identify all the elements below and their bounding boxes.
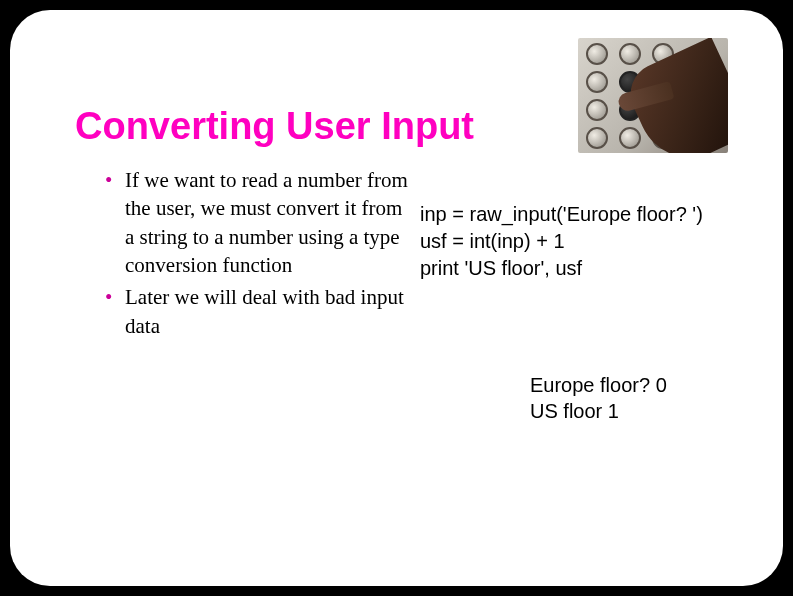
code-line: print 'US floor', usf [420, 255, 743, 282]
code-column: inp = raw_input('Europe floor? ') usf = … [415, 166, 743, 424]
slide-container: Converting User Input If we want to read… [10, 10, 783, 586]
keypad-button [619, 127, 641, 149]
keypad-button [586, 71, 608, 93]
keypad-button [586, 43, 608, 65]
keypad-button [586, 127, 608, 149]
bullet-item: If we want to read a number from the use… [105, 166, 415, 279]
keypad-button [619, 43, 641, 65]
code-line: inp = raw_input('Europe floor? ') [420, 201, 743, 228]
bullet-list: If we want to read a number from the use… [105, 166, 415, 424]
keypad-button [586, 99, 608, 121]
output-line: Europe floor? 0 [530, 372, 743, 398]
code-block: inp = raw_input('Europe floor? ') usf = … [420, 201, 743, 282]
bullet-item: Later we will deal with bad input data [105, 283, 415, 340]
code-line: usf = int(inp) + 1 [420, 228, 743, 255]
keypad-image [578, 38, 728, 153]
content-row: If we want to read a number from the use… [50, 166, 743, 424]
output-block: Europe floor? 0 US floor 1 [530, 372, 743, 424]
output-line: US floor 1 [530, 398, 743, 424]
